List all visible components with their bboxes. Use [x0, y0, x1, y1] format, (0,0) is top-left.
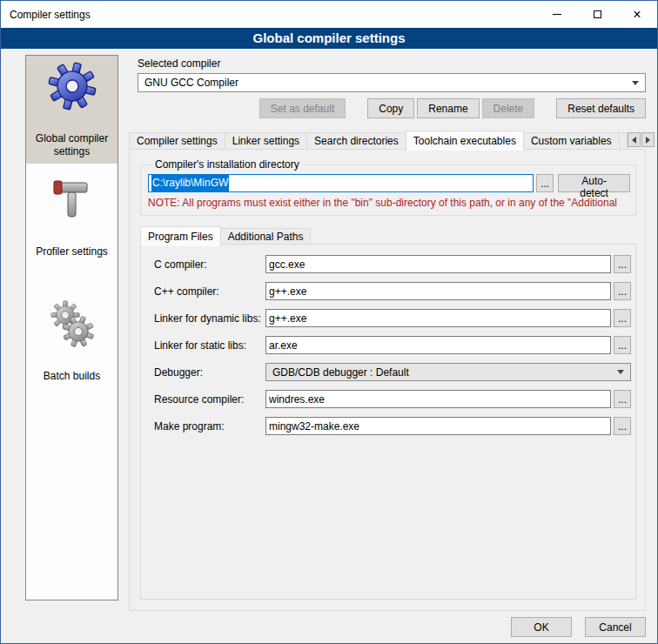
selected-compiler-label: Selected compiler	[138, 57, 220, 70]
sidebar-item-label: Batch builds	[44, 370, 100, 383]
tab-linker-settings[interactable]: Linker settings	[225, 132, 307, 150]
set-as-default-button[interactable]: Set as default	[259, 98, 346, 118]
make-program-row: Make program: ...	[154, 417, 629, 435]
program-files-tab-strip: Program Files Additional Paths	[140, 226, 310, 245]
resource-compiler-row: Resource compiler: ...	[154, 390, 629, 408]
close-icon: ×	[633, 8, 641, 22]
linker-dynamic-input[interactable]	[265, 309, 611, 327]
profiler-tool-icon	[47, 174, 97, 225]
delete-button[interactable]: Delete	[482, 98, 535, 118]
tab-additional-paths[interactable]: Additional Paths	[220, 228, 312, 245]
chevron-down-icon	[617, 370, 624, 374]
selected-compiler-dropdown[interactable]: GNU GCC Compiler	[138, 73, 646, 92]
maximize-button[interactable]	[577, 1, 617, 28]
dialog-header: Global compiler settings	[1, 28, 657, 49]
tab-scroll-left-button[interactable]	[628, 132, 641, 147]
linker-dynamic-row: Linker for dynamic libs: ...	[154, 309, 629, 327]
title-bar: Compiler settings ×	[1, 1, 657, 28]
settings-tab-strip: Compiler settings Linker settings Search…	[129, 130, 646, 150]
browse-directory-button[interactable]: ...	[536, 174, 554, 192]
window-controls: ×	[537, 1, 657, 28]
installation-directory-value: C:\raylib\MinGW	[151, 175, 229, 191]
ok-button[interactable]: OK	[511, 617, 572, 637]
sidebar-item-label: Profiler settings	[36, 245, 108, 258]
c-compiler-input[interactable]	[265, 255, 611, 273]
settings-category-list: Global compiler settings Profiler settin…	[25, 55, 118, 600]
reset-defaults-button[interactable]: Reset defaults	[556, 98, 646, 118]
debugger-dropdown[interactable]: GDB/CDB debugger : Default	[265, 363, 631, 381]
browse-cpp-compiler-button[interactable]: ...	[614, 282, 631, 300]
sidebar-item-label: Global compiler settings	[28, 132, 116, 158]
resource-compiler-input[interactable]	[265, 390, 611, 408]
cancel-button[interactable]: Cancel	[585, 617, 646, 637]
installation-directory-input[interactable]: C:\raylib\MinGW	[148, 174, 534, 192]
linker-static-row: Linker for static libs: ...	[154, 336, 629, 354]
tab-search-directories[interactable]: Search directories	[306, 132, 406, 150]
installation-directory-group: Compiler's installation directory C:\ray…	[140, 158, 636, 216]
window-title: Compiler settings	[1, 9, 91, 21]
tab-compiler-settings[interactable]: Compiler settings	[129, 132, 225, 150]
gray-gears-icon	[47, 299, 97, 349]
selected-compiler-value: GNU GCC Compiler	[144, 77, 238, 89]
minimize-icon	[553, 14, 561, 15]
tab-toolchain-executables[interactable]: Toolchain executables	[406, 131, 524, 151]
resource-compiler-label: Resource compiler:	[154, 393, 265, 406]
c-compiler-label: C compiler:	[154, 258, 265, 271]
rename-button[interactable]: Rename	[417, 98, 479, 118]
minimize-button[interactable]	[537, 1, 577, 28]
browse-linker-dynamic-button[interactable]: ...	[614, 309, 631, 327]
installation-directory-group-title: Compiler's installation directory	[151, 158, 303, 171]
cpp-compiler-label: C++ compiler:	[154, 285, 265, 298]
debugger-value: GDB/CDB debugger : Default	[272, 366, 409, 379]
debugger-label: Debugger:	[154, 366, 265, 379]
sidebar-item-profiler-settings[interactable]: Profiler settings	[26, 169, 118, 264]
linker-static-label: Linker for static libs:	[154, 339, 265, 352]
compiler-settings-window: Compiler settings × Global compiler sett…	[0, 0, 658, 644]
right-arrow-icon	[646, 137, 650, 144]
chevron-down-icon	[632, 81, 639, 85]
browse-resource-compiler-button[interactable]: ...	[614, 390, 631, 408]
tab-scroll-controls	[627, 132, 655, 147]
make-program-label: Make program:	[154, 420, 265, 433]
tab-custom-variables[interactable]: Custom variables	[523, 132, 620, 150]
bin-subdirectory-note: NOTE: All programs must exist either in …	[148, 197, 630, 209]
debugger-row: Debugger: GDB/CDB debugger : Default	[154, 363, 629, 381]
make-program-input[interactable]	[265, 417, 611, 435]
auto-detect-button[interactable]: Auto-detect	[558, 174, 630, 192]
copy-button[interactable]: Copy	[367, 98, 414, 118]
compiler-action-buttons: Set as default Copy Rename Delete Reset …	[129, 98, 646, 118]
sidebar-item-batch-builds[interactable]: Batch builds	[26, 293, 118, 388]
cpp-compiler-row: C++ compiler: ...	[154, 282, 629, 300]
browse-linker-static-button[interactable]: ...	[614, 336, 631, 354]
installation-directory-row: C:\raylib\MinGW ... Auto-detect	[148, 174, 630, 192]
close-button[interactable]: ×	[617, 1, 657, 28]
toolchain-executables-page: Compiler's installation directory C:\ray…	[129, 149, 646, 611]
tab-program-files[interactable]: Program Files	[140, 226, 221, 246]
tab-scroll-right-button[interactable]	[641, 132, 655, 147]
maximize-icon	[594, 10, 601, 18]
sidebar-item-global-compiler-settings[interactable]: Global compiler settings	[26, 56, 118, 164]
blue-gear-icon	[47, 61, 97, 111]
browse-c-compiler-button[interactable]: ...	[614, 255, 631, 273]
c-compiler-row: C compiler: ...	[154, 255, 629, 273]
linker-dynamic-label: Linker for dynamic libs:	[154, 312, 265, 325]
linker-static-input[interactable]	[265, 336, 611, 354]
left-arrow-icon	[632, 137, 636, 144]
browse-make-program-button[interactable]: ...	[614, 417, 631, 435]
program-files-panel: C compiler: ... C++ compiler: ... Linker…	[140, 244, 636, 600]
cpp-compiler-input[interactable]	[265, 282, 611, 300]
